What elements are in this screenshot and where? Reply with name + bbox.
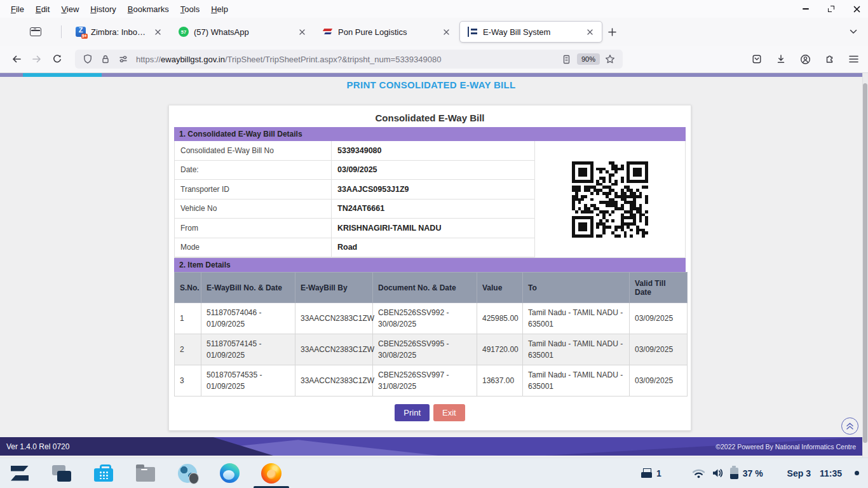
col-document-no: Document No. & Date — [373, 273, 477, 303]
detail-label: Vehicle No — [175, 200, 331, 219]
permissions-sliders-icon — [118, 54, 128, 64]
cell-value: 425985.00 — [477, 303, 523, 334]
pocket-button[interactable] — [747, 49, 767, 69]
extensions-button[interactable] — [819, 49, 839, 69]
printer-queue-count: 1 — [656, 468, 661, 478]
close-button[interactable] — [851, 4, 862, 14]
detail-label: Transporter ID — [175, 180, 331, 200]
new-tab-button[interactable] — [602, 22, 621, 41]
cell-ewaybill-by: 33AACCN2383C1ZW — [295, 303, 373, 334]
software-store-button[interactable] — [93, 463, 114, 484]
taskbar-date[interactable]: Sep 3 — [787, 468, 811, 478]
file-manager-button[interactable] — [135, 463, 156, 484]
eway-favicon — [468, 27, 478, 37]
menu-tools[interactable]: Tools — [175, 2, 205, 17]
tab-whatsapp[interactable]: 57 (57) WhatsApp — [171, 21, 314, 43]
account-button[interactable] — [795, 49, 815, 69]
tab-pon-pure-logistics[interactable]: Pon Pure Logistics — [315, 21, 458, 43]
zoom-level-chip[interactable]: 90% — [577, 53, 600, 65]
col-to: To — [523, 273, 630, 303]
tab-close-button[interactable] — [296, 26, 308, 37]
app-menu-button[interactable] — [843, 49, 864, 69]
menu-file[interactable]: File — [5, 2, 30, 17]
toolbar-right-icons — [747, 49, 864, 69]
cell-value: 491720.00 — [477, 334, 523, 365]
restore-icon — [828, 6, 834, 12]
tab-bar: Z 9+ Zimbra: Inbox (3970) 57 (57) WhatsA… — [0, 18, 868, 46]
cell-ewaybill-by: 33AACCN2383C1ZW — [295, 365, 373, 396]
connection-secure-button[interactable] — [98, 51, 113, 67]
edge-button[interactable] — [219, 463, 240, 484]
restore-button[interactable] — [826, 4, 836, 14]
shield-icon — [83, 54, 93, 64]
navigation-toolbar: https://ewaybillgst.gov.in/TripSheet/Tri… — [0, 46, 868, 73]
footer-version: Ver 1.4.0 Rel 0720 — [6, 437, 69, 456]
tab-title: (57) WhatsApp — [194, 27, 291, 37]
forward-button[interactable] — [27, 49, 47, 69]
page-top-bar-highlight — [23, 73, 102, 77]
url-text: https://ewaybillgst.gov.in/TripSheet/Tri… — [136, 55, 557, 64]
chevron-down-icon — [850, 29, 857, 34]
secure-browser-button[interactable] — [177, 463, 198, 484]
tracking-protection-button[interactable] — [80, 51, 95, 67]
zorin-menu-button[interactable] — [9, 463, 31, 484]
tab-separator — [61, 25, 62, 38]
print-button[interactable]: Print — [395, 404, 430, 421]
menu-help[interactable]: Help — [205, 2, 234, 17]
tab-close-button[interactable] — [152, 26, 163, 37]
eway-bill-card: Consolidated E-Way Bill 1. Consolidated … — [168, 105, 691, 431]
url-bar[interactable]: https://ewaybillgst.gov.in/TripSheet/Tri… — [75, 50, 623, 69]
battery-icon[interactable] — [730, 468, 738, 479]
table-row: 2 511870574145 - 01/09/2025 33AACCN2383C… — [175, 334, 688, 365]
detail-value: TN24AT6661 — [331, 200, 534, 219]
tab-title: Zimbra: Inbox (3970) — [91, 27, 147, 37]
firefox-window: File Edit View History Bookmarks Tools H… — [0, 0, 868, 488]
list-all-tabs-button[interactable] — [844, 22, 863, 41]
firefox-view-button[interactable] — [25, 22, 46, 41]
window-switcher-button[interactable] — [51, 463, 72, 484]
cell-ewaybill-by: 33AACCN2383C1ZW — [295, 334, 373, 365]
downloads-button[interactable] — [771, 49, 791, 69]
tab-close-button[interactable] — [584, 26, 595, 37]
reader-mode-button[interactable] — [559, 51, 574, 67]
cell-ewaybill-no: 501870574535 - 01/09/2025 — [201, 365, 295, 396]
tab-close-button[interactable] — [440, 26, 452, 37]
cell-ewaybill-no: 511870574046 - 01/09/2025 — [201, 303, 295, 334]
minimize-button[interactable] — [801, 4, 811, 14]
tab-eway-bill-system-active[interactable]: E-Way Bill System — [459, 21, 602, 43]
tab-zimbra[interactable]: Z 9+ Zimbra: Inbox (3970) — [68, 21, 170, 43]
menu-edit[interactable]: Edit — [30, 2, 55, 17]
globe-shield-icon — [178, 464, 197, 483]
battery-percent: 37 % — [743, 468, 763, 478]
pocket-icon — [752, 54, 762, 64]
cell-sno: 1 — [175, 303, 201, 334]
printer-icon[interactable] — [641, 468, 652, 478]
star-icon — [605, 54, 615, 64]
close-icon — [155, 29, 161, 35]
account-icon — [800, 54, 811, 65]
wifi-icon[interactable] — [692, 468, 705, 478]
reload-button[interactable] — [47, 49, 67, 69]
cell-document-no: CBEN2526SSV997 - 31/08/2025 — [373, 365, 477, 396]
scrollbar-thumb[interactable] — [863, 83, 867, 443]
plus-icon — [608, 28, 616, 36]
chevrons-up-icon — [845, 422, 855, 430]
back-button[interactable] — [6, 49, 27, 69]
zorin-logo-icon — [10, 465, 30, 482]
detail-label: Mode — [175, 238, 331, 258]
menu-view[interactable]: View — [55, 2, 85, 17]
menu-bookmarks[interactable]: Bookmarks — [122, 2, 175, 17]
exit-button[interactable]: Exit — [433, 404, 465, 421]
menu-history[interactable]: History — [85, 2, 121, 17]
section1-header: 1. Consolidated E-Way Bill Details — [174, 127, 686, 141]
close-icon — [853, 6, 860, 13]
taskbar-time[interactable]: 11:35 — [820, 468, 842, 478]
tab-title: E-Way Bill System — [483, 27, 579, 37]
scroll-to-top-button[interactable] — [841, 417, 858, 435]
firefox-view-icon — [30, 27, 41, 36]
bookmark-star-button[interactable] — [602, 51, 618, 67]
notification-dot — [855, 471, 859, 475]
firefox-button-active[interactable] — [261, 463, 282, 484]
volume-icon[interactable] — [712, 468, 724, 478]
permissions-button[interactable] — [116, 51, 131, 67]
